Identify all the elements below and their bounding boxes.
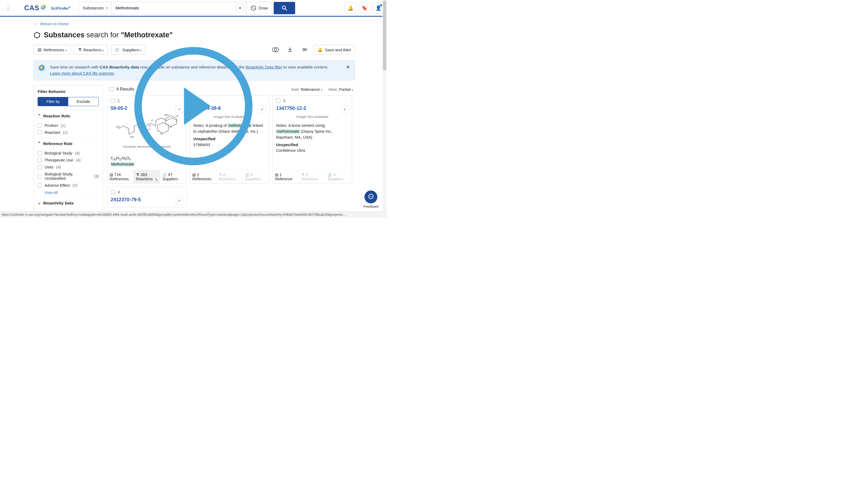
svg-text:HO: HO — [116, 125, 120, 128]
expand-button[interactable]: ⤢ — [341, 105, 349, 113]
chat-icon — [367, 193, 374, 201]
checkbox-icon — [38, 165, 42, 169]
filter-item-uses[interactable]: Uses (4) — [38, 164, 99, 171]
combine-button[interactable] — [270, 44, 281, 55]
filter-section-reference-role[interactable]: ⌃Reference Role — [34, 138, 102, 149]
hexagon-icon — [251, 5, 256, 11]
filter-item-reactant[interactable]: Reactant (1) — [38, 129, 99, 136]
metric-reactions: ⚗ 0Reactions — [299, 170, 326, 183]
document-icon: ▤ — [110, 173, 113, 177]
filter-item-biological-study-unclassified[interactable]: Biological Study, Unclassified (3) — [38, 171, 99, 182]
search-button[interactable] — [274, 2, 295, 14]
checkbox-icon — [38, 130, 42, 134]
learn-more-link[interactable]: Learn more about CAS life sciences — [50, 71, 114, 75]
reactions-button[interactable]: ⚗Reactions — [74, 45, 108, 55]
cas-number-link[interactable]: 2412370-79-5 — [111, 197, 141, 203]
suppliers-button[interactable]: 🛒Suppliers — [111, 45, 146, 55]
filter-item-product[interactable]: Product (1) — [38, 122, 99, 129]
card-checkbox[interactable] — [111, 99, 115, 103]
save-and-alert-button[interactable]: 🔔Save and Alert — [313, 45, 355, 55]
chevron-up-icon: ⌃ — [38, 113, 41, 118]
filter-item-adverse-effect[interactable]: Adverse Effect (2) — [38, 182, 99, 189]
logo-text: CAS — [24, 4, 39, 12]
page-title: Substances search for "Methotrexate" — [34, 31, 355, 39]
account-button[interactable]: 👤 — [373, 2, 384, 14]
metric-references[interactable]: ▤ 71KReferences — [107, 170, 134, 183]
sort-dropdown[interactable]: Relevance — [301, 87, 322, 92]
view-all-link[interactable]: View All — [38, 189, 99, 195]
svg-point-21 — [372, 196, 372, 197]
filter-section-reaction-role[interactable]: ⌃Reaction Role — [34, 111, 102, 121]
cas-number-link[interactable]: 1347750-12-2 — [276, 105, 306, 111]
svg-line-1 — [252, 7, 255, 9]
notification-dot-icon — [380, 4, 382, 6]
card-checkbox[interactable] — [111, 190, 115, 194]
metric-suppliers[interactable]: 🛒 97Suppliers — [160, 170, 186, 183]
result-card-4: 4 2412370-79-5 ⤢ — [107, 187, 187, 207]
svg-point-2 — [282, 6, 285, 9]
metric-references[interactable]: ▤ 1Reference — [273, 170, 299, 183]
close-notice-button[interactable]: ✕ — [346, 64, 350, 70]
svg-point-19 — [370, 196, 370, 197]
filter-section-bioactivity-data[interactable]: ⌄Bioactivity Data — [34, 197, 102, 208]
metric-references[interactable]: ▤ 2References — [190, 170, 216, 183]
hexagon-icon — [34, 32, 40, 39]
metric-reactions[interactable]: ⚗ 383Reactions⤣ — [134, 170, 160, 183]
flask-icon: ⚗ — [136, 173, 140, 177]
checkbox-icon — [38, 151, 42, 155]
draw-button[interactable]: Draw — [247, 2, 272, 14]
play-icon — [184, 87, 211, 125]
search-bar: Substances ✕ Draw — [79, 2, 272, 14]
email-button[interactable]: ✉ — [299, 44, 310, 55]
expand-button[interactable]: ⤢ — [258, 105, 266, 113]
venn-icon — [272, 47, 279, 52]
checkbox-icon — [38, 174, 42, 178]
cart-icon: 🛒 — [115, 47, 120, 52]
bell-icon: 🔔 — [317, 47, 322, 52]
expand-button[interactable]: ⤢ — [176, 197, 183, 205]
svg-marker-4 — [34, 32, 40, 38]
cart-icon: 🛒 — [245, 173, 250, 177]
play-button[interactable] — [134, 47, 252, 165]
feedback-button[interactable] — [365, 190, 377, 204]
notifications-button[interactable]: 🔔 — [345, 2, 356, 14]
image-not-available: Image Not Available — [276, 113, 349, 123]
bookmarks-button[interactable]: 🔖 — [359, 2, 370, 14]
return-link[interactable]: ← Return to Home — [34, 22, 355, 26]
header-actions: 🔔 🔖 👤 — [345, 2, 384, 14]
filter-behavior-label: Filter Behavior — [34, 89, 102, 97]
logo[interactable]: CAS SciFindern — [24, 4, 71, 12]
menu-button[interactable]: ⋮ — [3, 3, 13, 13]
status-bar-url: https://scifinder-n.cas.org/navigate/?an… — [0, 211, 387, 218]
exclude-tab[interactable]: Exclude — [68, 97, 99, 106]
cas-swirl-icon — [39, 65, 45, 72]
search-input[interactable] — [112, 2, 234, 14]
bioactivity-filter-link[interactable]: Bioactivity Data filter — [246, 65, 282, 69]
search-icon — [281, 5, 288, 11]
filter-item-therapeutic-use[interactable]: Therapeutic Use (4) — [38, 157, 99, 164]
search-type-dropdown[interactable]: Substances — [79, 2, 112, 14]
document-icon: ▤ — [38, 47, 41, 52]
app-header: ⋮ CAS SciFindern Substances ✕ Draw 🔔 🔖 👤 — [0, 0, 387, 17]
result-card-3: 3 1347750-12-2 ⤢ Image Not Available Not… — [273, 95, 352, 184]
chevron-down-icon: ⌄ — [38, 201, 41, 205]
scrollbar[interactable] — [382, 0, 387, 218]
metric-suppliers: 🛒 0Suppliers — [326, 170, 352, 183]
flask-icon: ⚗ — [219, 173, 222, 177]
cas-number-link[interactable]: 59-05-2 — [111, 105, 127, 111]
logo-swirl-icon — [41, 5, 47, 11]
view-dropdown[interactable]: Partial — [339, 87, 353, 92]
download-button[interactable] — [284, 44, 296, 55]
svg-point-20 — [371, 196, 371, 197]
references-button[interactable]: ▤References — [34, 45, 71, 55]
clear-search-button[interactable]: ✕ — [236, 4, 244, 12]
card-checkbox[interactable] — [276, 99, 280, 103]
document-icon: ▤ — [275, 173, 279, 177]
filter-by-tab[interactable]: Filter by — [38, 97, 68, 106]
feedback-widget: Feedback — [363, 190, 379, 209]
svg-line-3 — [285, 9, 287, 10]
select-all-checkbox[interactable] — [109, 87, 114, 91]
results-count: 4 Results — [116, 87, 134, 92]
filter-item-biological-study[interactable]: Biological Study (4) — [38, 150, 99, 157]
checkbox-icon — [38, 158, 42, 162]
